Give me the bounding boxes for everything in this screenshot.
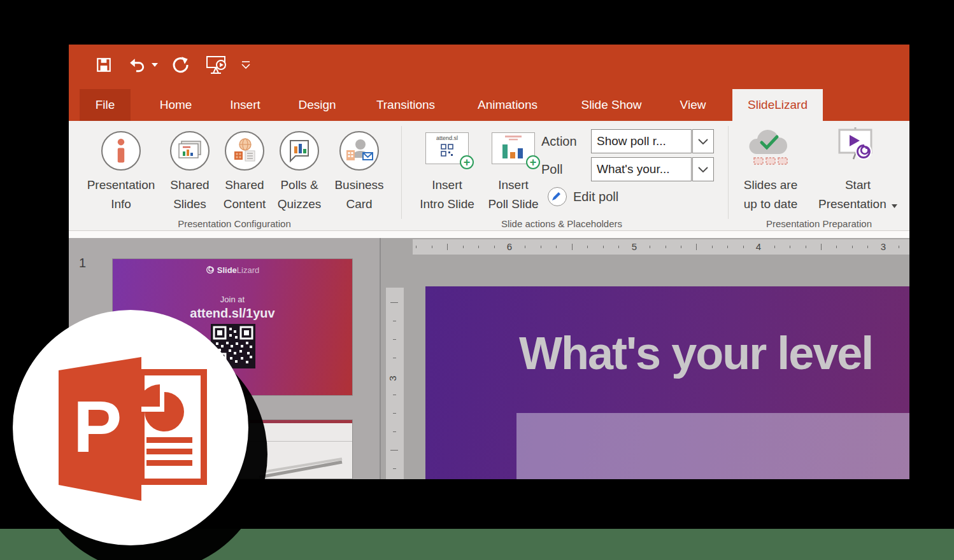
chevron-down-icon bbox=[698, 139, 708, 144]
undo-icon bbox=[127, 57, 146, 73]
ruler-tick bbox=[774, 246, 775, 248]
group-label-presentation-configuration: Presentation Configuration bbox=[158, 218, 311, 230]
ruler-tick bbox=[618, 246, 619, 248]
slide-title-text[interactable]: What's your level bbox=[519, 327, 872, 379]
ruler-tick bbox=[393, 431, 396, 432]
poll-dropdown-button[interactable] bbox=[692, 157, 714, 181]
title-bar: File Home Insert Design Transitions Anim… bbox=[69, 45, 909, 121]
presentation-info-button[interactable] bbox=[101, 131, 141, 171]
start-from-beginning-button[interactable] bbox=[203, 55, 229, 75]
chevron-down-icon bbox=[698, 167, 708, 172]
insert-intro-slide-button[interactable]: attend.sl + bbox=[425, 132, 469, 164]
ruler-tick bbox=[494, 246, 495, 248]
ruler-tick bbox=[790, 246, 790, 248]
intro-slide-icon-text: attend.sl bbox=[426, 135, 468, 141]
redo-button[interactable] bbox=[169, 55, 191, 75]
ruler-tick bbox=[478, 246, 479, 248]
edit-poll-label[interactable]: Edit poll bbox=[573, 187, 618, 206]
tab-insert[interactable]: Insert bbox=[220, 89, 271, 121]
tab-home[interactable]: Home bbox=[150, 89, 201, 121]
undo-dropdown-button[interactable] bbox=[150, 55, 159, 75]
tab-slide-show[interactable]: Slide Show bbox=[576, 89, 646, 121]
polls-quizzes-icon bbox=[287, 138, 312, 164]
tab-design[interactable]: Design bbox=[288, 89, 346, 121]
ruler-tick bbox=[393, 413, 396, 414]
insert-poll-slide-label: Insert Poll Slide bbox=[474, 176, 553, 214]
ruler-tick bbox=[393, 468, 396, 469]
ruler-tick bbox=[727, 246, 728, 248]
shared-slides-button[interactable] bbox=[170, 131, 210, 171]
undo-button[interactable] bbox=[126, 55, 148, 75]
shared-content-icon bbox=[231, 137, 258, 164]
save-icon bbox=[96, 57, 112, 73]
ruler-tick bbox=[821, 244, 822, 250]
svg-text:P: P bbox=[73, 386, 122, 467]
business-card-icon bbox=[345, 137, 373, 164]
business-card-button[interactable] bbox=[339, 131, 379, 171]
ruler-tick bbox=[867, 246, 868, 248]
cloud-check-icon bbox=[743, 127, 799, 169]
ruler-tick bbox=[696, 244, 697, 250]
start-presentation-button[interactable] bbox=[834, 126, 876, 165]
ruler-tick bbox=[393, 358, 396, 358]
ruler-tick bbox=[899, 246, 899, 248]
slidelizard-spiral-icon bbox=[206, 265, 215, 274]
slides-up-to-date-label: Slides are up to date bbox=[731, 176, 810, 214]
poll-dropdown-value[interactable]: What's your... bbox=[591, 157, 692, 181]
ruler-tick bbox=[852, 246, 853, 248]
join-at-text: Join at bbox=[113, 295, 352, 304]
marketing-screenshot: File Home Insert Design Transitions Anim… bbox=[0, 0, 954, 560]
slideshow-icon bbox=[204, 55, 227, 75]
slide-canvas[interactable]: What's your level bbox=[425, 286, 909, 479]
ruler-tick bbox=[447, 244, 448, 250]
ruler-tick bbox=[587, 246, 588, 248]
vertical-ruler: 3 bbox=[386, 288, 404, 479]
action-dropdown-button[interactable] bbox=[692, 129, 714, 153]
action-field-label: Action bbox=[541, 132, 577, 151]
tab-transitions[interactable]: Transitions bbox=[371, 89, 441, 121]
shared-content-button[interactable] bbox=[225, 131, 264, 171]
customize-qat-button[interactable] bbox=[237, 55, 255, 75]
plus-icon: + bbox=[526, 155, 540, 169]
insert-poll-slide-button[interactable]: + bbox=[492, 132, 535, 164]
action-dropdown-value[interactable]: Show poll r... bbox=[591, 129, 692, 153]
dropdown-caret-icon bbox=[892, 204, 897, 208]
tab-animations[interactable]: Animations bbox=[473, 89, 543, 121]
ruler-tick bbox=[416, 246, 416, 248]
qr-mini-icon bbox=[441, 144, 453, 157]
ruler-tick bbox=[463, 246, 464, 248]
ruler-tick bbox=[681, 246, 681, 248]
ribbon-bottom-strip bbox=[69, 230, 909, 238]
group-label-slide-actions: Slide actions & Placeholders bbox=[485, 218, 638, 230]
dropdown-caret-icon bbox=[152, 63, 158, 67]
ruler-tick bbox=[743, 246, 744, 248]
answer-placeholder[interactable] bbox=[516, 413, 909, 479]
tab-file[interactable]: File bbox=[80, 89, 131, 121]
ruler-tick bbox=[556, 246, 557, 248]
info-icon bbox=[110, 138, 132, 164]
horizontal-ruler: 6 5 4 3 bbox=[413, 239, 909, 255]
ruler-tick bbox=[650, 246, 650, 248]
shared-slides-icon bbox=[176, 139, 203, 162]
tab-view[interactable]: View bbox=[667, 89, 718, 121]
slidelizard-brand: SlideLizard bbox=[113, 265, 352, 275]
ruler-tick bbox=[806, 246, 806, 248]
tab-slidelizard-active[interactable]: SlideLizard bbox=[732, 89, 823, 121]
ruler-tick bbox=[432, 246, 432, 248]
poll-field-label: Poll bbox=[541, 160, 562, 179]
ruler-tick bbox=[393, 321, 396, 321]
slides-up-to-date-button[interactable] bbox=[743, 127, 799, 169]
ruler-tick bbox=[393, 395, 396, 395]
chevron-down-icon bbox=[240, 61, 252, 69]
ruler-tick bbox=[572, 244, 573, 250]
group-separator bbox=[728, 126, 729, 219]
save-button[interactable] bbox=[94, 55, 113, 75]
edit-poll-button[interactable] bbox=[548, 187, 567, 206]
ruler-tick bbox=[603, 246, 604, 248]
ruler-tick bbox=[390, 302, 398, 303]
polls-quizzes-button[interactable] bbox=[280, 131, 319, 171]
ruler-tick bbox=[390, 450, 398, 451]
pencil-icon bbox=[552, 191, 562, 201]
ruler-tick bbox=[541, 246, 541, 248]
ruler-tick bbox=[712, 246, 713, 248]
